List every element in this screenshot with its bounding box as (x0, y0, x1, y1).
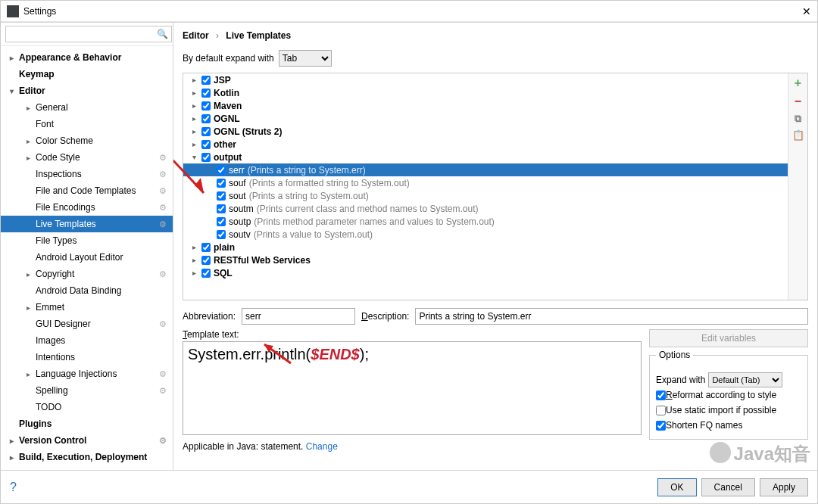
group-checkbox[interactable] (201, 89, 211, 98)
sidebar-item[interactable]: ▾Editor (1, 82, 173, 99)
template-checkbox[interactable] (217, 230, 226, 239)
template-checkbox[interactable] (217, 191, 226, 201)
gear-icon: ⚙ (159, 170, 167, 179)
template-item[interactable]: soutp (Prints method parameter names and… (183, 215, 788, 228)
sidebar-item[interactable]: Android Data Binding (1, 282, 173, 299)
group-checkbox[interactable] (201, 243, 211, 252)
template-group[interactable]: ▸JSP (183, 73, 788, 86)
templates-toolbar: + − ⧉ 📋 (788, 73, 807, 300)
search-input[interactable] (5, 26, 172, 42)
edit-variables-button: Edit variables (649, 329, 808, 347)
sidebar-item[interactable]: ▸Emmet (1, 299, 173, 316)
group-checkbox[interactable] (201, 101, 211, 110)
template-variable: $END$ (311, 346, 359, 362)
gear-icon: ⚙ (159, 269, 167, 279)
sidebar-item[interactable]: TODO (1, 399, 173, 415)
sidebar-item[interactable]: Android Layout Editor (1, 249, 173, 266)
template-checkbox[interactable] (217, 217, 226, 226)
template-text-label: Template text: (183, 329, 642, 341)
sidebar-item[interactable]: File Encodings⚙ (1, 199, 173, 216)
applicable-text: Applicable in Java: statement. Change (183, 435, 808, 458)
paste-icon[interactable]: 📋 (792, 129, 804, 141)
sidebar-item[interactable]: Spelling⚙ (1, 382, 173, 399)
copy-icon[interactable]: ⧉ (795, 113, 801, 125)
abbreviation-label: Abbreviation: (183, 311, 236, 322)
group-checkbox[interactable] (201, 76, 211, 85)
gear-icon: ⚙ (159, 203, 167, 213)
sidebar-item[interactable]: GUI Designer⚙ (1, 316, 173, 332)
gear-icon: ⚙ (159, 436, 167, 446)
sidebar-item[interactable]: File Types (1, 232, 173, 249)
shorten-fq-checkbox[interactable] (656, 421, 666, 431)
options-expand-select[interactable]: Default (Tab) (708, 372, 782, 387)
template-group[interactable]: ▾output (183, 151, 788, 163)
sidebar-item[interactable]: ▸Color Scheme (1, 132, 173, 149)
group-checkbox[interactable] (201, 114, 211, 123)
abbreviation-input[interactable] (242, 308, 355, 325)
template-group[interactable]: ▸Kotlin (183, 86, 788, 99)
sidebar-item[interactable]: ▸Build, Execution, Deployment (1, 449, 173, 465)
footer: ? OK Cancel Apply (1, 470, 817, 503)
close-icon[interactable]: ✕ (802, 5, 811, 17)
template-checkbox[interactable] (217, 179, 226, 188)
chevron-right-icon: › (216, 30, 219, 41)
reformat-checkbox[interactable] (656, 390, 666, 400)
group-checkbox[interactable] (201, 140, 211, 149)
sidebar: 🔍 ▸Appearance & BehaviorKeymap▾Editor▸Ge… (1, 23, 173, 470)
sidebar-item[interactable]: ▸Code Style⚙ (1, 149, 173, 166)
gear-icon: ⚙ (159, 153, 167, 163)
sidebar-item[interactable]: ▸General (1, 99, 173, 116)
template-group[interactable]: ▸Maven (183, 99, 788, 112)
options-expand-label: Expand with (656, 375, 705, 385)
window-title: Settings (23, 6, 56, 17)
breadcrumb-current: Live Templates (226, 30, 291, 41)
sidebar-item[interactable]: Images (1, 332, 173, 349)
gear-icon: ⚙ (159, 369, 167, 379)
template-group[interactable]: ▸plain (183, 241, 788, 254)
template-group[interactable]: ▸other (183, 138, 788, 151)
apply-button[interactable]: Apply (760, 478, 808, 496)
group-checkbox[interactable] (201, 269, 211, 278)
template-item[interactable]: soutm (Prints current class and method n… (183, 202, 788, 215)
gear-icon: ⚙ (159, 219, 167, 229)
template-group[interactable]: ▸SQL (183, 266, 788, 279)
gear-icon: ⚙ (159, 319, 167, 329)
group-checkbox[interactable] (201, 153, 211, 162)
sidebar-item[interactable]: Plugins (1, 415, 173, 432)
template-checkbox[interactable] (217, 204, 226, 213)
group-checkbox[interactable] (201, 256, 211, 265)
change-link[interactable]: Change (306, 441, 338, 452)
sidebar-item[interactable]: ▸Appearance & Behavior (1, 49, 173, 66)
templates-tree[interactable]: ▸JSP▸Kotlin▸Maven▸OGNL▸OGNL (Struts 2)▸o… (183, 73, 788, 300)
ok-button[interactable]: OK (657, 478, 696, 496)
template-group[interactable]: ▸OGNL (183, 112, 788, 125)
sidebar-item[interactable]: File and Code Templates⚙ (1, 182, 173, 199)
sidebar-item[interactable]: Keymap (1, 66, 173, 82)
group-checkbox[interactable] (201, 127, 211, 136)
template-item[interactable]: serr (Prints a string to System.err) (183, 163, 788, 176)
sidebar-item[interactable]: Inspections⚙ (1, 166, 173, 182)
sidebar-item[interactable]: Live Templates⚙ (1, 216, 173, 232)
template-text-input[interactable]: System.err.println($END$); (183, 341, 642, 435)
sidebar-item[interactable]: ▸Language Injections⚙ (1, 366, 173, 382)
static-import-checkbox[interactable] (656, 406, 666, 415)
expand-select[interactable]: Tab (279, 50, 332, 67)
cancel-button[interactable]: Cancel (701, 478, 755, 496)
sidebar-item[interactable]: ▸Copyright⚙ (1, 266, 173, 282)
template-item[interactable]: souf (Prints a formatted string to Syste… (183, 176, 788, 189)
help-icon[interactable]: ? (10, 481, 17, 494)
settings-tree[interactable]: ▸Appearance & BehaviorKeymap▾Editor▸Gene… (1, 46, 173, 470)
template-checkbox[interactable] (217, 166, 226, 175)
breadcrumb-parent[interactable]: Editor (183, 30, 209, 41)
breadcrumb: Editor › Live Templates (183, 30, 808, 45)
template-item[interactable]: soutv (Prints a value to System.out) (183, 228, 788, 241)
template-group[interactable]: ▸RESTful Web Services (183, 254, 788, 266)
sidebar-item[interactable]: Font (1, 116, 173, 132)
description-input[interactable] (415, 308, 808, 325)
remove-icon[interactable]: − (795, 95, 801, 108)
sidebar-item[interactable]: Intentions (1, 349, 173, 366)
template-item[interactable]: sout (Prints a string to System.out) (183, 189, 788, 202)
add-icon[interactable]: + (795, 76, 801, 90)
sidebar-item[interactable]: ▸Version Control⚙ (1, 432, 173, 449)
template-group[interactable]: ▸OGNL (Struts 2) (183, 125, 788, 138)
